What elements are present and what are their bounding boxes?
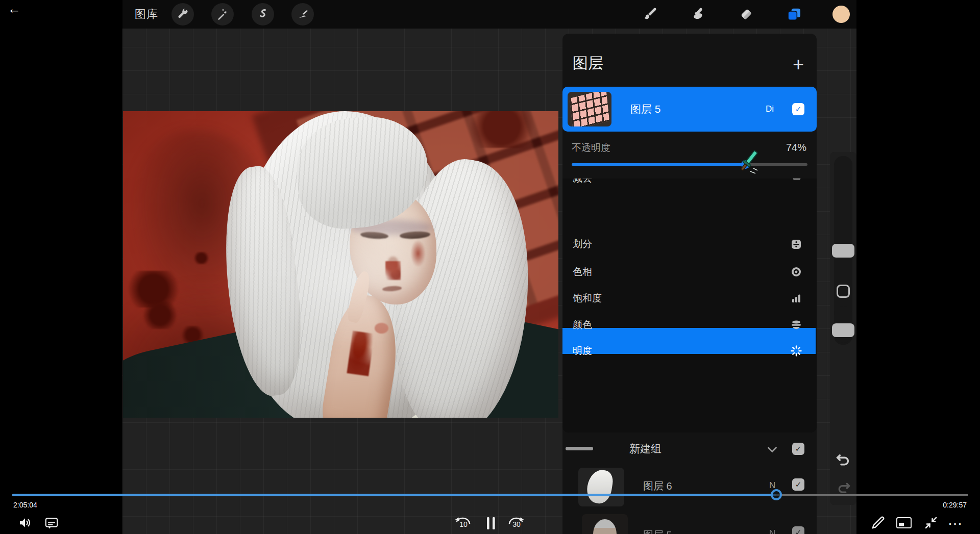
layer-thumbnail-art xyxy=(570,92,609,126)
layers-icon xyxy=(786,6,802,22)
color-swatch-button[interactable] xyxy=(830,3,852,26)
layer-visibility-checkbox[interactable]: ✓ xyxy=(792,103,804,115)
wrench-icon xyxy=(177,8,189,20)
blend-row-color[interactable]: 颜色 xyxy=(562,312,817,338)
saturation-icon xyxy=(790,292,802,304)
divide-icon xyxy=(790,238,802,250)
group-visibility-checkbox[interactable]: ✓ xyxy=(792,443,804,455)
smudge-finger-icon xyxy=(691,7,706,22)
add-layer-button[interactable]: + xyxy=(787,54,810,77)
note-pencil-button[interactable] xyxy=(868,513,888,532)
video-content-procreate[interactable]: 图库 xyxy=(122,0,856,534)
art-blood-splatter xyxy=(140,301,180,329)
layer-thumbnail xyxy=(568,92,611,126)
active-color-swatch xyxy=(832,6,850,23)
opacity-slider-fill xyxy=(572,163,745,166)
layer-thumbnail xyxy=(578,468,624,506)
brush-opacity-knob[interactable] xyxy=(832,323,854,337)
selection-s-icon xyxy=(257,8,269,20)
subtract-icon xyxy=(791,179,802,184)
pause-button[interactable] xyxy=(482,514,500,532)
forward-30-button[interactable]: 30 xyxy=(505,513,528,533)
layer-thumbnail xyxy=(582,514,628,534)
blend-row-divide[interactable]: 划分 xyxy=(562,231,817,257)
layer-visibility-checkbox[interactable]: ✓ xyxy=(792,526,804,534)
seek-bar[interactable] xyxy=(12,494,968,496)
layers-panel: 图层 + 图层 5 Di ✓ 不透明度 74% xyxy=(562,34,817,534)
opacity-label: 不透明度 xyxy=(572,141,610,155)
procreate-toolbar: 图库 xyxy=(122,0,856,29)
layer-visibility-checkbox[interactable]: ✓ xyxy=(792,478,804,491)
luminosity-icon xyxy=(790,345,802,357)
exit-fullscreen-button[interactable] xyxy=(921,513,941,532)
brush-icon xyxy=(642,7,657,22)
seek-playhead[interactable] xyxy=(771,489,782,500)
blend-mode-badge[interactable]: Di xyxy=(766,87,774,132)
layer-row[interactable]: 图层 5 N ✓ xyxy=(562,512,817,534)
transform-button[interactable] xyxy=(291,3,314,26)
video-player: 图库 xyxy=(0,0,980,534)
layer-name: 图层 5 xyxy=(643,528,672,534)
magic-wand-icon xyxy=(216,8,229,20)
layer-group-row[interactable]: 新建组 ✓ xyxy=(562,435,817,463)
layer-row[interactable]: 图层 6 N ✓ xyxy=(562,466,817,507)
blend-row-saturation[interactable]: 饱和度 xyxy=(562,285,817,311)
sword-cursor-icon xyxy=(735,148,762,176)
seek-bar-progress xyxy=(12,494,776,496)
art-blood-splatter xyxy=(192,252,210,264)
group-drag-pill xyxy=(566,447,593,450)
forward-30-label: 30 xyxy=(505,520,528,528)
elapsed-time: 2:05:04 xyxy=(13,501,37,509)
pip-button[interactable] xyxy=(893,513,915,532)
blend-mode-badge[interactable]: N xyxy=(769,528,775,534)
subtitles-button[interactable] xyxy=(42,514,61,531)
gallery-button[interactable]: 图库 xyxy=(135,0,158,29)
chevron-down-icon[interactable] xyxy=(766,443,779,456)
rewind-10-label: 10 xyxy=(452,520,475,528)
more-options-button[interactable]: … xyxy=(944,510,967,529)
art-blood-splatter xyxy=(462,111,541,148)
blend-row-hue[interactable]: 色相 xyxy=(562,259,817,285)
remaining-time: 0:29:57 xyxy=(943,501,967,509)
artwork-canvas[interactable] xyxy=(123,111,558,418)
layer-thumbnail-art xyxy=(593,519,617,534)
group-name: 新建组 xyxy=(629,435,662,463)
art-light-glow xyxy=(254,203,450,357)
actions-wrench-button[interactable] xyxy=(172,3,194,26)
back-button[interactable]: ← xyxy=(5,1,23,17)
eraser-icon xyxy=(739,7,754,22)
blend-mode-list: 减去 划分 色相 xyxy=(562,179,817,433)
layers-panel-button[interactable] xyxy=(783,3,805,26)
eraser-tool-button[interactable] xyxy=(735,3,757,26)
selection-button[interactable] xyxy=(252,3,274,26)
opacity-slider[interactable] xyxy=(572,163,807,166)
layer-row-selected[interactable]: 图层 5 Di ✓ xyxy=(562,87,817,132)
opacity-value: 74% xyxy=(786,142,806,154)
layer-name: 图层 5 xyxy=(630,87,661,132)
undo-button[interactable] xyxy=(835,452,851,468)
hue-icon xyxy=(790,266,802,278)
procreate-sidebar xyxy=(830,152,856,505)
brush-size-knob[interactable] xyxy=(832,244,854,258)
rewind-10-button[interactable]: 10 xyxy=(452,513,475,533)
layers-panel-title: 图层 xyxy=(573,53,603,74)
modify-button[interactable] xyxy=(837,285,850,298)
layer-thumbnail-art xyxy=(585,468,615,505)
smudge-tool-button[interactable] xyxy=(687,3,709,26)
volume-button[interactable] xyxy=(15,514,35,531)
color-blend-icon xyxy=(790,319,802,331)
blend-row-luminosity[interactable]: 明度 xyxy=(562,338,817,364)
adjustments-wand-button[interactable] xyxy=(211,3,234,26)
transform-arrow-icon xyxy=(297,9,308,20)
brush-tool-button[interactable] xyxy=(639,3,661,26)
blend-row-subtract[interactable]: 减去 xyxy=(562,179,817,191)
layer-name: 图层 6 xyxy=(643,479,672,493)
